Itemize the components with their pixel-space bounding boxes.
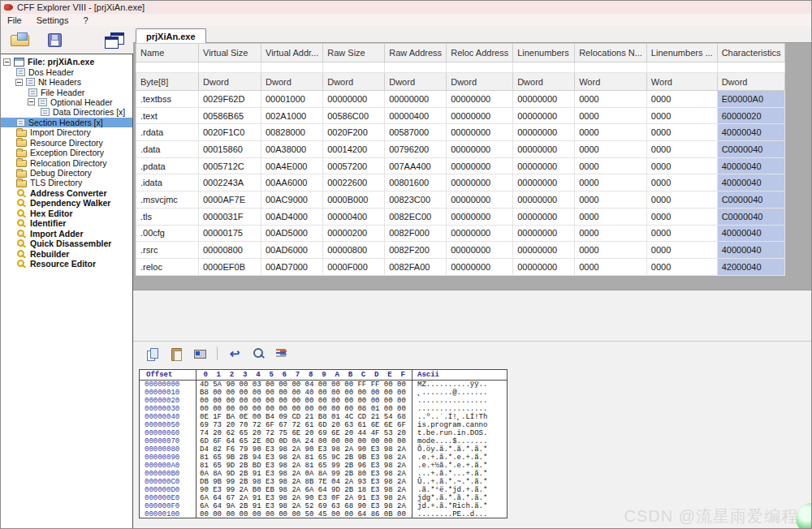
hex-ascii[interactable]: ........PE..d... bbox=[412, 510, 507, 518]
hex-bytes[interactable]: 00 00 00 00 00 00 00 00 50 45 00 00 64 8… bbox=[197, 510, 412, 518]
section-value-cell[interactable]: 00000000 bbox=[447, 208, 513, 225]
section-value-cell[interactable]: 00AD7000 bbox=[261, 258, 323, 275]
section-value-cell[interactable]: 00000000 bbox=[513, 174, 575, 191]
collapse-toggle-icon[interactable] bbox=[15, 79, 23, 86]
section-value-cell[interactable]: 0000 bbox=[575, 242, 647, 259]
section-value-cell[interactable]: 00000000 bbox=[513, 157, 575, 174]
section-value-cell[interactable]: 00000800 bbox=[323, 242, 385, 259]
section-value-cell[interactable]: 00000000 bbox=[513, 242, 575, 259]
section-value-cell[interactable]: C0000040 bbox=[717, 208, 785, 225]
section-value-cell[interactable]: 00000000 bbox=[323, 91, 385, 108]
collapse-toggle-icon[interactable] bbox=[3, 58, 11, 66]
hex-bytes[interactable]: D4 82 F6 79 90 E3 98 2A 90 E3 98 2A 90 E… bbox=[197, 445, 412, 454]
hex-ascii[interactable]: ...+.ã.*...+.ã.* bbox=[412, 470, 507, 478]
section-value-cell[interactable]: 0005712C bbox=[199, 157, 261, 174]
section-value-cell[interactable]: 0000 bbox=[575, 191, 647, 209]
hex-ascii[interactable]: Û..+.ã.*.~.*.ã.* bbox=[412, 478, 507, 486]
save-file-icon[interactable] bbox=[48, 33, 62, 47]
undo-icon[interactable] bbox=[228, 347, 241, 360]
hex-bytes[interactable]: 4D 5A 90 00 03 00 00 00 04 00 00 00 FF F… bbox=[197, 381, 412, 389]
section-name-cell[interactable]: .textbss bbox=[136, 91, 199, 108]
hex-row[interactable]: 0000002000 00 00 00 00 00 00 00 00 00 00… bbox=[140, 397, 507, 405]
section-value-cell[interactable]: 00000000 bbox=[513, 225, 575, 242]
column-header-virtual-addr[interactable]: Virtual Addr... bbox=[261, 44, 323, 62]
section-value-cell[interactable]: 40000040 bbox=[717, 174, 785, 191]
hex-row[interactable]: 000000E06A 64 67 2A 91 E3 98 2A 90 E3 0F… bbox=[140, 494, 507, 502]
section-value-cell[interactable]: 0000 bbox=[646, 91, 717, 108]
section-value-cell[interactable]: 0000 bbox=[575, 157, 647, 174]
hex-row[interactable]: 000000004D 5A 90 00 03 00 00 00 04 00 00… bbox=[140, 381, 507, 389]
section-value-cell[interactable]: 0000 bbox=[646, 124, 717, 141]
hex-ascii[interactable]: ¸.......@....... bbox=[412, 389, 507, 397]
section-value-cell[interactable]: 00AD5000 bbox=[261, 225, 323, 242]
section-value-cell[interactable]: 0000F000 bbox=[323, 258, 385, 275]
section-value-cell[interactable]: 00001000 bbox=[261, 91, 323, 108]
section-name-cell[interactable]: .00cfg bbox=[136, 225, 199, 242]
section-value-cell[interactable]: 00000000 bbox=[447, 141, 513, 158]
section-value-cell[interactable]: 00022600 bbox=[323, 174, 385, 191]
section-value-cell[interactable]: 00A4E000 bbox=[261, 157, 323, 174]
section-value-cell[interactable]: 40000040 bbox=[717, 225, 785, 242]
section-value-cell[interactable]: 00000000 bbox=[447, 157, 513, 174]
section-value-cell[interactable]: 0000 bbox=[646, 225, 717, 242]
tree-item-quick-disassembler[interactable]: Quick Disassembler bbox=[1, 239, 132, 248]
hex-ascii[interactable]: ..º..´.Í!¸.LÍ!Th bbox=[412, 413, 507, 421]
hex-ascii[interactable]: jd.+.ã.*Rich.ã.* bbox=[412, 502, 507, 510]
hex-bytes[interactable]: 0E 1F BA 0E 00 B4 09 CD 21 B8 01 4C CD 2… bbox=[197, 413, 412, 421]
section-value-cell[interactable]: 00823C00 bbox=[385, 191, 447, 209]
section-value-cell[interactable]: 40000040 bbox=[717, 242, 785, 259]
tree-item-exception-directory[interactable]: Exception Directory bbox=[1, 148, 132, 157]
hex-bytes[interactable]: 0A 8A 9D 2B 91 E3 98 2A 0A 8A 99 2B 80 E… bbox=[197, 470, 412, 478]
hex-bytes[interactable]: 6D 6F 64 65 2E 0D 0D 0A 24 00 00 00 00 0… bbox=[197, 437, 412, 445]
hex-row[interactable]: 0000003000 00 00 00 00 00 00 00 00 00 00… bbox=[140, 405, 507, 413]
section-value-cell[interactable]: 00000000 bbox=[513, 107, 575, 124]
menu-settings[interactable]: Settings bbox=[37, 15, 69, 25]
section-value-cell[interactable]: 00587000 bbox=[385, 124, 447, 141]
hex-row[interactable]: 0000006074 20 62 65 20 72 75 6E 20 69 6E… bbox=[140, 429, 507, 437]
hex-row[interactable]: 000000C0DB 9B 99 2B 98 E3 98 2A 8B 7E 04… bbox=[140, 478, 507, 486]
section-value-cell[interactable]: 00000800 bbox=[199, 242, 261, 259]
section-value-cell[interactable]: 0000 bbox=[575, 141, 647, 158]
section-name-cell[interactable]: .rsrc bbox=[136, 242, 199, 259]
tree-item-import-directory[interactable]: Import Directory bbox=[1, 127, 132, 137]
section-value-cell[interactable]: 00828000 bbox=[261, 124, 323, 141]
section-value-cell[interactable]: 0000031F bbox=[199, 208, 261, 225]
section-name-cell[interactable]: .idata bbox=[136, 174, 199, 191]
section-value-cell[interactable]: 00000000 bbox=[447, 225, 513, 242]
tree-item-resource-directory[interactable]: Resource Directory bbox=[1, 138, 132, 148]
section-value-cell[interactable]: 0000 bbox=[575, 258, 647, 275]
section-value-cell[interactable]: 40000040 bbox=[717, 124, 785, 141]
section-value-cell[interactable]: 0000 bbox=[646, 208, 717, 225]
section-value-cell[interactable]: 0000 bbox=[646, 141, 717, 158]
tree-item-optional-header[interactable]: Optional Header bbox=[1, 97, 132, 107]
hex-row[interactable]: 0000005069 73 20 70 72 6F 67 72 61 6D 20… bbox=[140, 421, 507, 429]
section-value-cell[interactable]: 00AC9000 bbox=[261, 191, 323, 209]
fill-icon[interactable] bbox=[193, 347, 206, 360]
section-value-cell[interactable]: 00000000 bbox=[447, 91, 513, 108]
section-value-cell[interactable]: 00000000 bbox=[513, 124, 575, 141]
column-header-virtual-size[interactable]: Virtual Size bbox=[199, 44, 261, 62]
section-value-cell[interactable]: C0000040 bbox=[717, 191, 785, 209]
section-value-cell[interactable]: 40000040 bbox=[717, 157, 785, 174]
section-value-cell[interactable]: 0000 bbox=[575, 124, 647, 141]
section-value-cell[interactable]: 00000000 bbox=[513, 208, 575, 225]
section-name-cell[interactable]: .tls bbox=[136, 208, 199, 225]
column-header-name[interactable]: Name bbox=[136, 44, 199, 62]
section-value-cell[interactable]: 0000EF0B bbox=[199, 258, 261, 275]
section-value-cell[interactable]: 00000000 bbox=[447, 242, 513, 259]
section-value-cell[interactable]: 0002243A bbox=[199, 174, 261, 191]
tree-item-dependency-walker[interactable]: Dependency Walker bbox=[1, 198, 132, 208]
section-name-cell[interactable]: .data bbox=[136, 141, 199, 158]
highlight-options-icon[interactable] bbox=[275, 347, 288, 360]
hex-bytes[interactable]: 81 65 9B 2B 94 E3 98 2A 81 65 9C 2B 9B E… bbox=[197, 454, 412, 462]
tree-item-resource-editor[interactable]: Resource Editor bbox=[1, 259, 132, 269]
section-value-cell[interactable]: 0000 bbox=[575, 91, 647, 108]
hex-row[interactable]: 0000010000 00 00 00 00 00 00 00 50 45 00… bbox=[140, 510, 507, 518]
section-value-cell[interactable]: 00000400 bbox=[385, 107, 447, 124]
section-value-cell[interactable]: 0000 bbox=[646, 191, 717, 209]
section-value-cell[interactable]: 00057200 bbox=[323, 157, 385, 174]
menu-help[interactable]: ? bbox=[83, 15, 88, 25]
hex-bytes[interactable]: 6A 64 67 2A 91 E3 98 2A 90 E3 0F 2A 91 E… bbox=[197, 494, 412, 502]
section-name-cell[interactable]: .reloc bbox=[136, 258, 199, 275]
section-value-cell[interactable]: 0000 bbox=[575, 225, 647, 242]
